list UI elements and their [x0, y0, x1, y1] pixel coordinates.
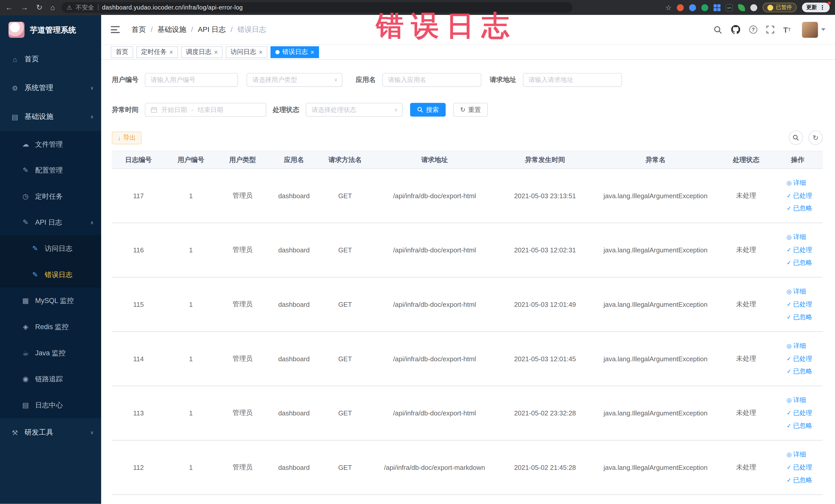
sidebar-item-label: 基础设施 — [24, 112, 85, 121]
collapse-sidebar-icon[interactable] — [111, 26, 120, 33]
tab-job[interactable]: 定时任务× — [136, 46, 178, 58]
column-header[interactable]: 日志编号 — [112, 151, 165, 168]
sidebar-item-java[interactable]: ☕Java 监控 — [0, 340, 101, 366]
update-button[interactable]: 更新 ⋮ — [802, 3, 830, 12]
request-url-input[interactable] — [523, 73, 622, 87]
action-processed[interactable]: ✓已处理 — [787, 245, 812, 255]
sidebar-item-label: Redis 监控 — [35, 322, 94, 331]
sidebar-item-file[interactable]: ☁文件管理 — [0, 131, 101, 157]
export-button[interactable]: ↓ 导出 — [112, 131, 142, 144]
action-processed[interactable]: ✓已处理 — [787, 191, 812, 200]
app-name-input[interactable] — [382, 73, 481, 87]
extension-icon-4[interactable] — [714, 4, 717, 7]
column-header[interactable]: 异常发生时间 — [498, 151, 592, 168]
user-type-input[interactable] — [247, 73, 342, 87]
action-detail[interactable]: ◎详细 — [787, 341, 806, 350]
font-size-icon[interactable]: TT — [783, 25, 791, 34]
help-icon[interactable]: ? — [749, 26, 757, 34]
breadcrumb-item[interactable]: 基础设施 — [158, 25, 186, 34]
action-processed[interactable]: ✓已处理 — [787, 408, 812, 418]
search-icon[interactable] — [714, 25, 722, 34]
action-ignored[interactable]: ✓已忽略 — [787, 476, 812, 485]
app-logo[interactable]: 芋道管理系统 — [0, 15, 101, 45]
process-status-input[interactable] — [306, 103, 403, 117]
action-ignored[interactable]: ✓已忽略 — [787, 421, 812, 430]
close-icon[interactable]: × — [311, 49, 314, 55]
column-header[interactable]: 用户类型 — [217, 151, 268, 168]
fullscreen-icon[interactable] — [766, 26, 774, 34]
tab-job-log[interactable]: 调度日志× — [181, 46, 223, 58]
tampermonkey-paused-badge[interactable]: 已暂停 — [762, 3, 797, 12]
user-type-select[interactable]: ∨ — [247, 73, 342, 87]
sidebar-item-api-log[interactable]: ✎API 日志∧ — [0, 209, 101, 236]
tab-home[interactable]: 首页 — [111, 46, 133, 58]
action-ignored[interactable]: ✓已忽略 — [787, 367, 812, 376]
extension-icon-2[interactable] — [689, 4, 696, 11]
search-button[interactable]: 搜索 — [410, 103, 446, 117]
sidebar-item-redis[interactable]: ◈Redis 监控 — [0, 314, 101, 340]
extension-icon-1[interactable] — [677, 4, 684, 11]
sidebar-item-mysql[interactable]: ▦MySQL 监控 — [0, 287, 101, 314]
chevron-up-icon: ∧ — [90, 114, 94, 119]
action-detail[interactable]: ◎详细 — [787, 178, 806, 187]
column-header[interactable]: 操作 — [773, 151, 823, 168]
close-icon[interactable]: × — [214, 49, 218, 55]
github-icon[interactable] — [731, 25, 740, 34]
home-icon[interactable]: ⌂ — [50, 3, 55, 12]
sidebar-item-config[interactable]: ✎配置管理 — [0, 157, 101, 183]
sidebar-item-access-log[interactable]: ✎访问日志 — [0, 236, 101, 262]
cell-id: 117 — [112, 192, 165, 200]
sidebar-item-tracing[interactable]: ◉链路追踪 — [0, 366, 101, 392]
toggle-search-button[interactable] — [789, 130, 803, 145]
action-detail[interactable]: ◎详细 — [787, 287, 806, 296]
cell-user-type: 管理员 — [217, 354, 268, 363]
sidebar-item-log-center[interactable]: ▤日志中心 — [0, 392, 101, 418]
column-header[interactable]: 用户编号 — [165, 151, 217, 168]
user-menu[interactable] — [802, 22, 825, 38]
sidebar-item-system[interactable]: ⚙系统管理∨ — [0, 74, 101, 102]
breadcrumb-item[interactable]: 首页 — [131, 25, 146, 34]
logo-image — [8, 22, 24, 38]
forward-icon[interactable]: → — [21, 3, 28, 12]
action-ignored[interactable]: ✓已忽略 — [787, 258, 812, 267]
sidebar-item-job[interactable]: ◷定时任务 — [0, 183, 101, 209]
url-bar[interactable]: ⚠ 不安全 dashboard.yudao.iocoder.cn/infra/l… — [61, 2, 573, 13]
reset-button-label: 重置 — [468, 105, 481, 114]
action-detail[interactable]: ◎详细 — [787, 233, 806, 242]
extension-icon-3[interactable] — [701, 4, 708, 11]
close-icon[interactable]: × — [259, 49, 263, 55]
extension-icon-5[interactable]: on — [726, 4, 733, 11]
column-header[interactable]: 请求地址 — [371, 151, 498, 168]
sidebar-item-error-log[interactable]: ✎错误日志 — [0, 262, 101, 288]
process-status-select[interactable]: ∨ — [306, 103, 403, 117]
action-processed[interactable]: ✓已处理 — [787, 300, 812, 309]
tab-access-log[interactable]: 访问日志× — [226, 46, 267, 58]
date-range-picker[interactable]: 开始日期 - 结束日期 — [145, 103, 266, 117]
sidebar-item-home[interactable]: ⌂首页 — [0, 45, 101, 74]
column-header[interactable]: 请求方法名 — [320, 151, 371, 168]
column-header[interactable]: 应用名 — [268, 151, 320, 168]
action-processed[interactable]: ✓已处理 — [787, 463, 812, 472]
extension-icon-6[interactable] — [738, 4, 745, 11]
cloud-icon: ☁ — [21, 140, 30, 148]
column-header[interactable]: 处理状态 — [719, 151, 773, 168]
reset-button[interactable]: ↻ 重置 — [453, 103, 488, 117]
action-processed[interactable]: ✓已处理 — [787, 354, 812, 363]
sidebar-item-dev-tools[interactable]: ⚒研发工具∨ — [0, 418, 101, 447]
refresh-table-button[interactable]: ↻ — [808, 130, 823, 145]
action-ignored[interactable]: ✓已忽略 — [787, 313, 812, 322]
back-icon[interactable]: ← — [5, 3, 13, 12]
column-header[interactable]: 异常名 — [592, 151, 719, 168]
tab-error-log[interactable]: 错误日志× — [270, 46, 319, 58]
extension-icon-7[interactable] — [750, 4, 757, 11]
reload-icon[interactable]: ↻ — [36, 3, 42, 12]
user-id-input[interactable] — [145, 73, 238, 87]
action-detail[interactable]: ◎详细 — [787, 450, 806, 459]
action-ignored[interactable]: ✓已忽略 — [787, 204, 812, 213]
kebab-menu-icon[interactable]: ⋮ — [820, 4, 826, 11]
bookmark-star-icon[interactable]: ☆ — [665, 3, 672, 11]
close-icon[interactable]: × — [169, 49, 173, 55]
breadcrumb-item[interactable]: API 日志 — [198, 25, 226, 34]
action-detail[interactable]: ◎详细 — [787, 396, 806, 405]
sidebar-item-infra[interactable]: ▤基础设施∧ — [0, 102, 101, 131]
